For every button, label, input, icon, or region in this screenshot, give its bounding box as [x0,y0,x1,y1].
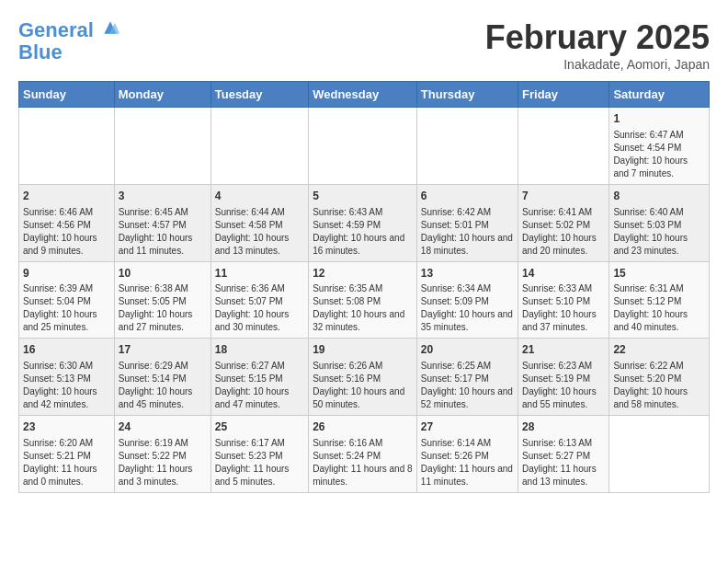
day-number: 22 [613,342,705,358]
day-number: 20 [421,342,514,358]
day-number: 14 [522,266,605,282]
day-number: 9 [23,266,110,282]
weekday-wednesday: Wednesday [309,82,417,108]
day-number: 1 [613,111,705,127]
calendar-body: 1Sunrise: 6:47 AM Sunset: 4:54 PM Daylig… [19,108,710,493]
day-info: Sunrise: 6:23 AM Sunset: 5:19 PM Dayligh… [522,360,605,411]
day-info: Sunrise: 6:34 AM Sunset: 5:09 PM Dayligh… [421,282,514,334]
day-number: 2 [23,189,110,204]
day-info: Sunrise: 6:14 AM Sunset: 5:26 PM Dayligh… [421,437,514,488]
day-cell: 15Sunrise: 6:31 AM Sunset: 5:12 PM Dayli… [609,261,710,339]
day-info: Sunrise: 6:31 AM Sunset: 5:12 PM Dayligh… [613,282,705,334]
day-info: Sunrise: 6:44 AM Sunset: 4:58 PM Dayligh… [215,206,304,258]
logo-icon [101,18,119,37]
title-area: February 2025 Inakadate, Aomori, Japan [485,18,710,72]
day-info: Sunrise: 6:19 AM Sunset: 5:22 PM Dayligh… [119,437,207,488]
day-number: 12 [313,266,413,282]
day-info: Sunrise: 6:33 AM Sunset: 5:10 PM Dayligh… [522,282,605,334]
weekday-header-row: SundayMondayTuesdayWednesdayThursdayFrid… [19,82,710,108]
day-info: Sunrise: 6:17 AM Sunset: 5:23 PM Dayligh… [215,437,304,488]
day-info: Sunrise: 6:41 AM Sunset: 5:02 PM Dayligh… [522,206,605,258]
month-title: February 2025 [485,18,710,57]
day-cell: 17Sunrise: 6:29 AM Sunset: 5:14 PM Dayli… [114,339,210,416]
day-cell: 26Sunrise: 6:16 AM Sunset: 5:24 PM Dayli… [309,416,417,493]
day-cell: 5Sunrise: 6:43 AM Sunset: 4:59 PM Daylig… [309,184,417,261]
day-info: Sunrise: 6:29 AM Sunset: 5:14 PM Dayligh… [119,360,207,411]
day-info: Sunrise: 6:25 AM Sunset: 5:17 PM Dayligh… [421,360,514,411]
day-cell [210,108,308,185]
day-number: 8 [613,189,705,204]
day-number: 7 [522,189,605,204]
day-cell: 27Sunrise: 6:14 AM Sunset: 5:26 PM Dayli… [416,416,518,493]
day-cell: 22Sunrise: 6:22 AM Sunset: 5:20 PM Dayli… [609,339,710,416]
logo-text: General [18,18,119,41]
weekday-friday: Friday [518,82,609,108]
day-cell: 13Sunrise: 6:34 AM Sunset: 5:09 PM Dayli… [416,261,518,339]
day-number: 26 [313,419,413,435]
day-info: Sunrise: 6:45 AM Sunset: 4:57 PM Dayligh… [119,206,207,258]
day-info: Sunrise: 6:42 AM Sunset: 5:01 PM Dayligh… [421,206,514,258]
day-number: 4 [215,189,304,204]
day-cell: 11Sunrise: 6:36 AM Sunset: 5:07 PM Dayli… [210,261,308,339]
day-info: Sunrise: 6:16 AM Sunset: 5:24 PM Dayligh… [313,437,413,488]
weekday-thursday: Thursday [416,82,518,108]
day-cell: 2Sunrise: 6:46 AM Sunset: 4:56 PM Daylig… [19,184,115,261]
day-cell [416,108,518,185]
week-row-2: 2Sunrise: 6:46 AM Sunset: 4:56 PM Daylig… [19,184,710,261]
week-row-3: 9Sunrise: 6:39 AM Sunset: 5:04 PM Daylig… [19,261,710,339]
day-cell: 8Sunrise: 6:40 AM Sunset: 5:03 PM Daylig… [609,184,710,261]
day-number: 27 [421,419,514,435]
day-cell: 3Sunrise: 6:45 AM Sunset: 4:57 PM Daylig… [114,184,210,261]
day-info: Sunrise: 6:43 AM Sunset: 4:59 PM Dayligh… [313,206,413,258]
day-number: 10 [119,266,207,282]
day-cell: 19Sunrise: 6:26 AM Sunset: 5:16 PM Dayli… [309,339,417,416]
day-number: 13 [421,266,514,282]
day-info: Sunrise: 6:40 AM Sunset: 5:03 PM Dayligh… [613,206,705,258]
day-cell: 12Sunrise: 6:35 AM Sunset: 5:08 PM Dayli… [309,261,417,339]
day-cell [309,108,417,185]
week-row-5: 23Sunrise: 6:20 AM Sunset: 5:21 PM Dayli… [19,416,710,493]
weekday-sunday: Sunday [19,82,115,108]
calendar-table: SundayMondayTuesdayWednesdayThursdayFrid… [18,81,710,493]
day-number: 11 [215,266,304,282]
day-number: 5 [313,189,413,204]
day-cell: 9Sunrise: 6:39 AM Sunset: 5:04 PM Daylig… [19,261,115,339]
day-number: 23 [23,419,110,435]
day-cell: 4Sunrise: 6:44 AM Sunset: 4:58 PM Daylig… [210,184,308,261]
day-cell: 6Sunrise: 6:42 AM Sunset: 5:01 PM Daylig… [416,184,518,261]
day-cell: 28Sunrise: 6:13 AM Sunset: 5:27 PM Dayli… [518,416,609,493]
day-cell: 7Sunrise: 6:41 AM Sunset: 5:02 PM Daylig… [518,184,609,261]
day-number: 25 [215,419,304,435]
day-cell: 14Sunrise: 6:33 AM Sunset: 5:10 PM Dayli… [518,261,609,339]
day-number: 19 [313,342,413,358]
day-cell [19,108,115,185]
day-number: 28 [522,419,605,435]
weekday-monday: Monday [114,82,210,108]
day-info: Sunrise: 6:26 AM Sunset: 5:16 PM Dayligh… [313,360,413,411]
day-cell [518,108,609,185]
day-info: Sunrise: 6:30 AM Sunset: 5:13 PM Dayligh… [23,360,110,411]
day-info: Sunrise: 6:36 AM Sunset: 5:07 PM Dayligh… [215,282,304,334]
day-info: Sunrise: 6:47 AM Sunset: 4:54 PM Dayligh… [613,129,705,180]
day-number: 16 [23,342,110,358]
day-number: 3 [119,189,207,204]
logo-line2: Blue [18,41,119,63]
day-info: Sunrise: 6:35 AM Sunset: 5:08 PM Dayligh… [313,282,413,334]
day-info: Sunrise: 6:22 AM Sunset: 5:20 PM Dayligh… [613,360,705,411]
day-info: Sunrise: 6:38 AM Sunset: 5:05 PM Dayligh… [119,282,207,334]
week-row-1: 1Sunrise: 6:47 AM Sunset: 4:54 PM Daylig… [19,108,710,185]
day-cell: 1Sunrise: 6:47 AM Sunset: 4:54 PM Daylig… [609,108,710,185]
day-cell: 18Sunrise: 6:27 AM Sunset: 5:15 PM Dayli… [210,339,308,416]
day-cell: 20Sunrise: 6:25 AM Sunset: 5:17 PM Dayli… [416,339,518,416]
page-header: General Blue February 2025 Inakadate, Ao… [18,18,710,72]
weekday-saturday: Saturday [609,82,710,108]
day-number: 18 [215,342,304,358]
day-info: Sunrise: 6:13 AM Sunset: 5:27 PM Dayligh… [522,437,605,488]
location: Inakadate, Aomori, Japan [485,57,710,72]
day-cell [609,416,710,493]
day-cell: 23Sunrise: 6:20 AM Sunset: 5:21 PM Dayli… [19,416,115,493]
day-cell: 25Sunrise: 6:17 AM Sunset: 5:23 PM Dayli… [210,416,308,493]
day-info: Sunrise: 6:39 AM Sunset: 5:04 PM Dayligh… [23,282,110,334]
day-info: Sunrise: 6:27 AM Sunset: 5:15 PM Dayligh… [215,360,304,411]
day-info: Sunrise: 6:20 AM Sunset: 5:21 PM Dayligh… [23,437,110,488]
